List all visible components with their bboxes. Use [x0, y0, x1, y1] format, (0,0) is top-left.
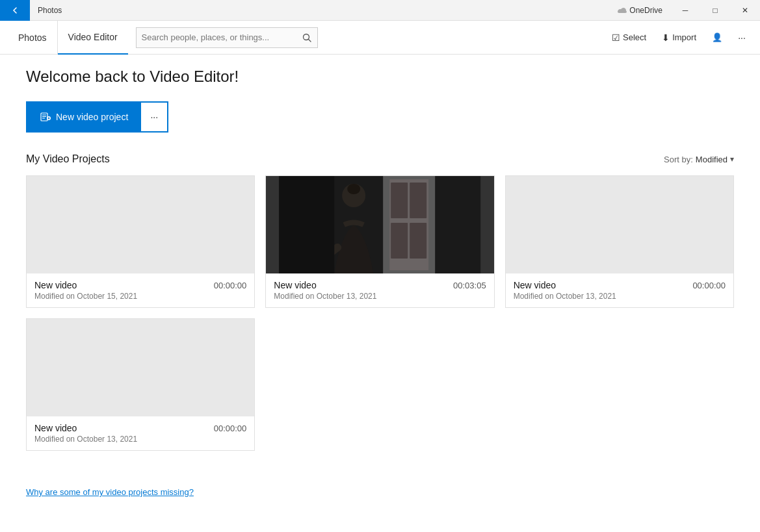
people-button[interactable]: 👤 — [705, 27, 729, 48]
project-name: New video — [34, 280, 77, 290]
onedrive-area: OneDrive — [609, 5, 670, 16]
search-box — [136, 27, 318, 48]
select-icon: ☑ — [612, 32, 620, 43]
svg-rect-12 — [391, 183, 408, 218]
project-info: New video 00:00:00 Modified on October 1… — [27, 273, 254, 307]
video-preview — [266, 176, 493, 273]
import-icon: ⬇ — [662, 32, 670, 43]
svg-rect-13 — [391, 223, 408, 259]
project-duration: 00:00:00 — [214, 424, 247, 433]
projects-grid-row2: New video 00:00:00 Modified on October 1… — [26, 318, 734, 451]
minimize-button[interactable]: ─ — [670, 0, 700, 21]
welcome-title: Welcome back to Video Editor! — [26, 68, 734, 86]
onedrive-icon — [616, 5, 627, 16]
sort-control[interactable]: Sort by: Modified ▾ — [664, 155, 734, 164]
project-card[interactable]: New video 00:00:00 Modified on October 1… — [505, 175, 734, 308]
sort-chevron-icon: ▾ — [730, 155, 734, 164]
project-card[interactable]: New video 00:03:05 Modified on October 1… — [265, 175, 494, 308]
onedrive-label: OneDrive — [629, 6, 662, 15]
svg-rect-18 — [279, 176, 334, 273]
svg-point-17 — [347, 184, 360, 194]
toolbar-actions: ☑ Select ⬇ Import 👤 ··· — [605, 27, 752, 48]
svg-rect-14 — [410, 183, 426, 218]
project-thumbnail — [27, 176, 254, 273]
project-thumbnail — [27, 319, 254, 416]
svg-rect-15 — [410, 223, 426, 259]
sort-label: Sort by: — [664, 155, 693, 164]
back-button[interactable] — [0, 0, 30, 21]
content-area: Welcome back to Video Editor! New video … — [0, 55, 760, 511]
titlebar: Photos OneDrive ─ □ ✕ — [0, 0, 760, 21]
svg-line-1 — [308, 39, 311, 42]
project-modified: Modified on October 13, 2021 — [514, 292, 726, 301]
project-modified: Modified on October 15, 2021 — [34, 292, 246, 301]
project-duration: 00:03:05 — [453, 281, 486, 290]
project-card[interactable]: New video 00:00:00 Modified on October 1… — [26, 318, 255, 451]
project-card[interactable]: New video 00:00:00 Modified on October 1… — [26, 175, 255, 308]
project-duration: 00:00:00 — [214, 281, 247, 290]
more-button[interactable]: ··· — [731, 27, 752, 48]
project-thumbnail — [266, 176, 493, 273]
tab-video-editor[interactable]: Video Editor — [58, 21, 128, 55]
search-input[interactable] — [137, 32, 296, 42]
import-button[interactable]: ⬇ Import — [655, 27, 703, 48]
people-icon: 👤 — [712, 32, 722, 42]
new-project-icon — [40, 112, 51, 122]
app-name: Photos — [30, 6, 70, 15]
project-name: New video — [514, 280, 556, 290]
tab-photos[interactable]: Photos — [8, 21, 58, 55]
close-button[interactable]: ✕ — [730, 0, 760, 21]
project-info: New video 00:00:00 Modified on October 1… — [506, 273, 733, 307]
window-controls: ─ □ ✕ — [670, 0, 760, 21]
maximize-button[interactable]: □ — [700, 0, 730, 21]
missing-link[interactable]: Why are some of my video projects missin… — [26, 487, 194, 497]
section-header: My Video Projects Sort by: Modified ▾ — [26, 153, 734, 165]
project-thumbnail — [506, 176, 733, 273]
projects-grid: New video 00:00:00 Modified on October 1… — [26, 175, 734, 308]
sort-value: Modified — [696, 155, 727, 164]
toolbar: Photos Video Editor ☑ Select ⬇ Import 👤 … — [0, 21, 760, 55]
project-duration: 00:00:00 — [692, 281, 726, 290]
search-button[interactable] — [296, 27, 317, 48]
project-modified: Modified on October 13, 2021 — [34, 435, 246, 444]
project-name: New video — [34, 423, 77, 433]
select-button[interactable]: ☑ Select — [605, 27, 653, 48]
project-modified: Modified on October 13, 2021 — [274, 292, 486, 301]
project-info: New video 00:03:05 Modified on October 1… — [266, 273, 493, 307]
project-info: New video 00:00:00 Modified on October 1… — [27, 416, 254, 450]
new-project-button[interactable]: New video project — [27, 103, 141, 131]
new-project-more-button[interactable]: ··· — [141, 103, 167, 131]
new-project-area: New video project ··· — [26, 101, 168, 133]
search-icon — [302, 33, 311, 42]
section-title: My Video Projects — [26, 153, 664, 165]
project-name: New video — [274, 280, 316, 290]
